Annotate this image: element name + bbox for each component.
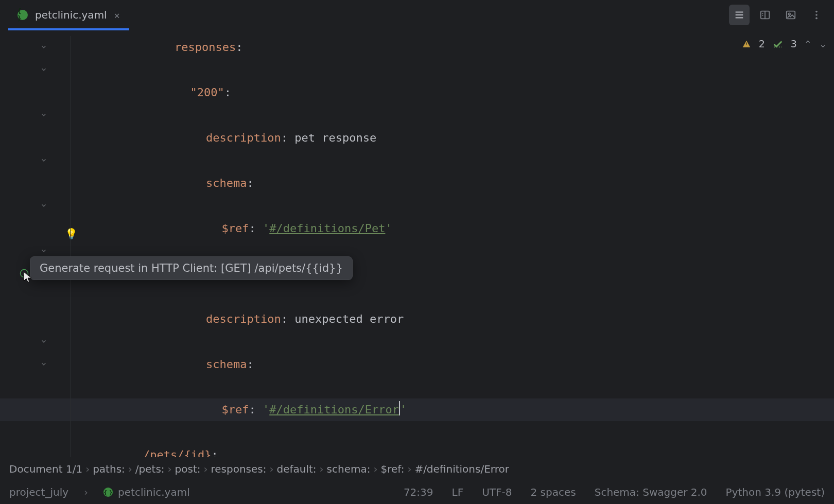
- file-type-icon: { }: [103, 488, 113, 497]
- status-indent[interactable]: 2 spaces: [531, 486, 576, 498]
- chevron-right-icon: ›: [85, 463, 90, 475]
- breadcrumbs-bar[interactable]: Document 1/1›paths:›/pets:›post:›respons…: [0, 457, 834, 480]
- status-line-separator[interactable]: LF: [452, 486, 464, 498]
- chevron-right-icon: ›: [270, 463, 274, 475]
- breadcrumb-segment[interactable]: /pets:: [135, 463, 165, 475]
- code-line[interactable]: $ref: '#/definitions/Error': [80, 398, 834, 421]
- chevron-right-icon: ›: [128, 463, 132, 475]
- inspection-widget[interactable]: 2 3 ⌃ ⌄: [741, 38, 827, 49]
- editor-surface[interactable]: 💡 responses:"200":description: pet respo…: [0, 36, 834, 458]
- warning-icon: [741, 39, 752, 49]
- breadcrumb-segment[interactable]: post:: [175, 463, 201, 475]
- current-line-highlight: [0, 398, 834, 421]
- tooltip-text: Generate request in HTTP Client: [GET] /…: [40, 262, 343, 274]
- editor-tab-active[interactable]: { } petclinic.yaml ✕: [8, 0, 129, 30]
- gutter-action-tooltip: Generate request in HTTP Client: [GET] /…: [30, 256, 353, 280]
- code-line[interactable]: $ref: '#/definitions/Pet': [80, 217, 834, 240]
- code-line[interactable]: description: unexpected error: [80, 308, 834, 331]
- fold-chevron-icon[interactable]: [40, 247, 47, 254]
- status-caret-position[interactable]: 72:39: [404, 486, 433, 498]
- close-icon[interactable]: ✕: [114, 10, 120, 21]
- editor-gutter: 💡: [0, 36, 80, 458]
- status-schema[interactable]: Schema: Swagger 2.0: [595, 486, 707, 498]
- chevron-right-icon: ›: [204, 463, 208, 475]
- fold-chevron-icon[interactable]: [40, 43, 47, 50]
- breadcrumb-segment[interactable]: responses:: [211, 463, 267, 475]
- editor-tabbar: { } petclinic.yaml ✕: [0, 0, 834, 30]
- view-mode-preview-button[interactable]: [780, 5, 801, 25]
- status-filename[interactable]: { } petclinic.yaml: [103, 486, 190, 498]
- chevron-up-icon[interactable]: ⌃: [804, 39, 812, 49]
- chevron-right-icon: ›: [407, 463, 411, 475]
- fold-chevron-icon[interactable]: [40, 111, 47, 118]
- breadcrumb-segment[interactable]: paths:: [93, 463, 125, 475]
- editor-code-column[interactable]: responses:"200":description: pet respons…: [80, 36, 834, 458]
- chevron-right-icon: ›: [168, 463, 172, 475]
- tab-filename: petclinic.yaml: [35, 9, 107, 21]
- more-actions-button[interactable]: [806, 5, 827, 25]
- tabbar-right-controls: [729, 0, 834, 30]
- chevron-right-icon: ›: [320, 463, 324, 475]
- code-line[interactable]: description: pet response: [80, 127, 834, 149]
- status-interpreter[interactable]: Python 3.9 (pytest): [726, 486, 825, 498]
- chevron-right-icon: ›: [84, 486, 88, 498]
- weak-warning-count: 3: [791, 38, 797, 49]
- status-project[interactable]: project_july: [9, 486, 68, 498]
- breadcrumb-segment[interactable]: #/definitions/Error: [414, 463, 509, 475]
- chevron-right-icon: ›: [373, 463, 377, 475]
- svg-point-4: [815, 14, 818, 16]
- fold-chevron-icon[interactable]: [40, 157, 47, 164]
- breadcrumb-segment[interactable]: default:: [277, 463, 317, 475]
- svg-point-3: [815, 11, 818, 13]
- chevron-down-icon[interactable]: ⌄: [819, 39, 827, 49]
- status-encoding[interactable]: UTF-8: [482, 486, 512, 498]
- file-type-icon: { }: [18, 10, 28, 20]
- weak-warning-icon: [772, 38, 784, 49]
- fold-chevron-icon[interactable]: [40, 202, 47, 209]
- code-line[interactable]: "200":: [80, 81, 834, 104]
- fold-chevron-icon[interactable]: [40, 66, 47, 73]
- intention-bulb-icon[interactable]: 💡: [65, 222, 78, 245]
- breadcrumb-segment[interactable]: schema:: [327, 463, 371, 475]
- active-tab-underline: [8, 28, 129, 30]
- code-line[interactable]: schema:: [80, 353, 834, 376]
- fold-chevron-icon[interactable]: [40, 338, 47, 345]
- code-line[interactable]: responses:: [80, 36, 834, 59]
- breadcrumb-segment[interactable]: $ref:: [380, 463, 404, 475]
- code-line[interactable]: schema:: [80, 172, 834, 195]
- view-mode-text-button[interactable]: [729, 5, 750, 25]
- svg-point-5: [815, 18, 818, 20]
- svg-point-2: [788, 13, 790, 15]
- mouse-cursor-icon: [23, 271, 33, 283]
- code-line[interactable]: /pets/{id}:: [80, 444, 834, 458]
- fold-chevron-icon[interactable]: [40, 360, 47, 368]
- status-bar: project_july › { } petclinic.yaml 72:39 …: [0, 480, 834, 504]
- view-mode-split-button[interactable]: [755, 5, 775, 25]
- breadcrumb-segment[interactable]: Document 1/1: [9, 463, 82, 475]
- warning-count: 2: [759, 38, 765, 49]
